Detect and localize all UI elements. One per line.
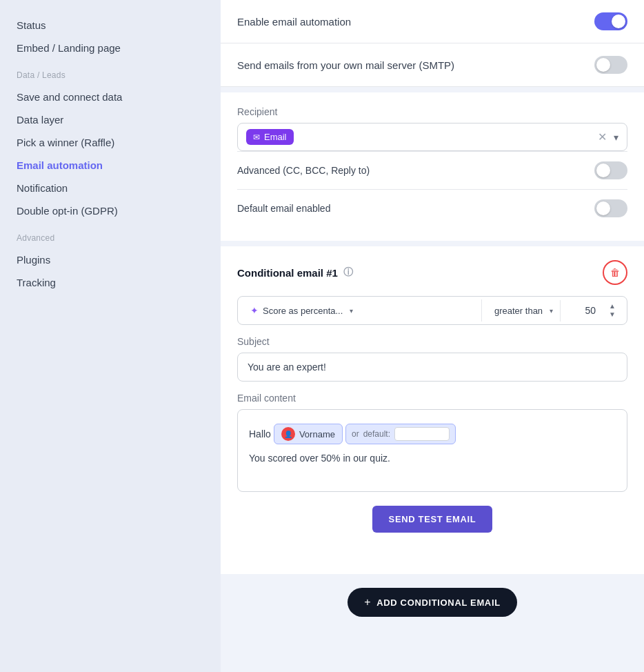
trash-icon: 🗑 <box>610 267 620 278</box>
wand-icon: ✦ <box>250 305 259 316</box>
sidebar-item-double-optin[interactable]: Double opt-in (GDPR) <box>17 199 204 222</box>
operator-text: greater than <box>494 306 543 316</box>
person-icon: 👤 <box>284 431 292 438</box>
sidebar-item-tracking[interactable]: Tracking <box>17 271 204 294</box>
smtp-label: Send emails from your own mail server (S… <box>237 59 454 71</box>
default-email-label: Default email enabled <box>237 203 330 214</box>
chevron-down-icon[interactable]: ▾ <box>614 132 618 143</box>
sidebar-item-data-layer[interactable]: Data layer <box>17 108 204 131</box>
enable-email-label: Enable email automation <box>237 16 351 28</box>
add-conditional-email-button[interactable]: + ADD CONDITIONAL EMAIL <box>348 588 517 617</box>
enable-email-automation-row: Enable email automation <box>221 0 644 43</box>
sidebar-item-notification[interactable]: Notification <box>17 177 204 199</box>
email-icon: ✉ <box>253 132 260 142</box>
email-greeting-line: Hallo 👤 Vorname or default: <box>249 424 616 444</box>
info-icon[interactable]: ⓘ <box>343 266 353 279</box>
decrement-icon[interactable]: ▼ <box>609 310 616 319</box>
email-content-area[interactable]: Hallo 👤 Vorname or default: You scored o… <box>237 409 627 492</box>
number-input-wrapper: ▲ ▼ <box>566 299 621 322</box>
smtp-row: Send emails from your own mail server (S… <box>221 43 644 87</box>
recipient-label: Recipient <box>237 106 627 117</box>
default-email-toggle[interactable] <box>594 199 627 217</box>
sidebar-item-plugins[interactable]: Plugins <box>17 248 204 271</box>
advanced-section: Advanced <box>17 233 204 243</box>
advanced-cc-row: Advanced (CC, BCC, Reply to) <box>237 151 627 189</box>
score-chevron-icon: ▾ <box>350 307 353 315</box>
sidebar-item-save-connect[interactable]: Save and connect data <box>17 86 204 108</box>
sidebar-item-email-automation[interactable]: Email automation <box>17 154 204 177</box>
recipient-dropdown[interactable]: ✉ Email ✕ ▾ <box>237 123 627 151</box>
email-badge-label: Email <box>264 132 287 142</box>
operator-dropdown[interactable]: greater than ▾ <box>487 300 561 322</box>
email-content-section: Email content Hallo 👤 Vorname or default… <box>237 393 627 492</box>
email-content-label: Email content <box>237 393 627 404</box>
default-email-row: Default email enabled <box>237 189 627 227</box>
sidebar-item-embed[interactable]: Embed / Landing page <box>17 37 204 59</box>
score-text: Score as percenta... <box>263 306 343 316</box>
conditional-header: Conditional email #1 ⓘ 🗑 <box>237 260 627 285</box>
sidebar: Status Embed / Landing page Data / Leads… <box>0 0 221 672</box>
score-dropdown[interactable]: ✦ Score as percenta... ▾ <box>243 299 482 322</box>
advanced-cc-label: Advanced (CC, BCC, Reply to) <box>237 165 370 176</box>
enable-email-toggle[interactable] <box>594 12 627 30</box>
subject-input[interactable] <box>237 353 627 382</box>
section-divider-2 <box>221 241 644 246</box>
default-value-input[interactable] <box>394 427 450 441</box>
smtp-toggle[interactable] <box>594 56 627 74</box>
vorname-label: Vorname <box>299 429 335 439</box>
operator-chevron-icon: ▾ <box>550 307 553 315</box>
vorname-tag[interactable]: 👤 Vorname <box>274 424 343 444</box>
increment-icon[interactable]: ▲ <box>609 302 616 310</box>
email-badge: ✉ Email <box>246 129 294 145</box>
main-content: Enable email automation Send emails from… <box>221 0 644 672</box>
stepper-buttons: ▲ ▼ <box>609 302 616 319</box>
vorname-avatar: 👤 <box>281 427 295 441</box>
hallo-text: Hallo <box>249 428 271 439</box>
recipient-card: Recipient ✉ Email ✕ ▾ Advanced (CC, BCC,… <box>221 92 644 241</box>
condition-row: ✦ Score as percenta... ▾ greater than ▾ … <box>237 296 627 325</box>
default-label: default: <box>363 429 390 439</box>
send-test-email-button[interactable]: SEND TEST EMAIL <box>372 506 493 533</box>
sidebar-item-pick-winner[interactable]: Pick a winner (Raffle) <box>17 131 204 154</box>
or-label: or <box>352 429 359 439</box>
conditional-email-section: Conditional email #1 ⓘ 🗑 ✦ Score as perc… <box>221 246 644 574</box>
subject-label: Subject <box>237 336 627 347</box>
section-divider-1 <box>221 87 644 92</box>
close-icon[interactable]: ✕ <box>598 130 607 144</box>
plus-icon: + <box>364 596 371 609</box>
or-default-wrapper: or default: <box>345 424 456 444</box>
advanced-cc-toggle[interactable] <box>594 161 627 179</box>
scored-text: You scored over 50% in our quiz. <box>249 453 616 464</box>
subject-section: Subject <box>237 336 627 382</box>
data-leads-section: Data / Leads <box>17 70 204 80</box>
conditional-title: Conditional email #1 ⓘ <box>237 266 353 279</box>
delete-conditional-button[interactable]: 🗑 <box>603 260 627 285</box>
threshold-input[interactable] <box>572 305 606 316</box>
sidebar-item-status[interactable]: Status <box>17 14 204 37</box>
recipient-actions: ✕ ▾ <box>598 130 618 144</box>
bottom-buttons: + ADD CONDITIONAL EMAIL <box>221 574 644 633</box>
